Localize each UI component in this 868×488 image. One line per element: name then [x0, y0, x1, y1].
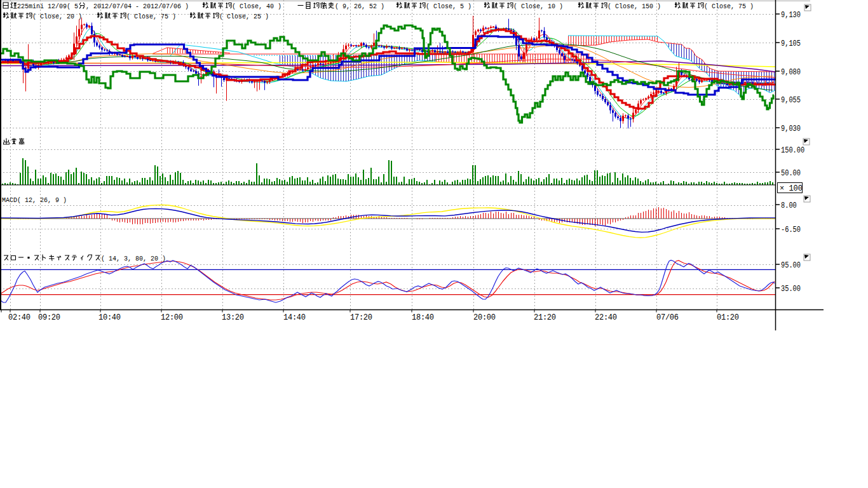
svg-text:50.00: 50.00 — [781, 168, 801, 178]
svg-text:18:40: 18:40 — [412, 313, 434, 322]
svg-text:( Close, 75 ): ( Close, 75 ) — [704, 2, 754, 10]
svg-text:9,105: 9,105 — [781, 39, 801, 48]
svg-text:21:20: 21:20 — [534, 313, 556, 322]
svg-text:225mini 12/09( 5: 225mini 12/09( 5 — [17, 2, 78, 10]
svg-text:MACD( 12, 26, 9 ): MACD( 12, 26, 9 ) — [2, 196, 67, 204]
svg-text:× 100: × 100 — [780, 184, 803, 193]
svg-text:9,080: 9,080 — [781, 67, 801, 77]
svg-text:17:20: 17:20 — [350, 313, 372, 322]
svg-text:95.00: 95.00 — [781, 261, 801, 270]
svg-text:13:20: 13:20 — [222, 313, 244, 322]
svg-text:02:40: 02:40 — [8, 313, 31, 322]
svg-text:10:40: 10:40 — [98, 313, 121, 322]
svg-text:14:40: 14:40 — [283, 313, 306, 322]
svg-text:-6.50: -6.50 — [781, 225, 801, 234]
svg-text:01:20: 01:20 — [717, 313, 739, 322]
svg-text:( Close, 10 ): ( Close, 10 ) — [513, 2, 563, 10]
svg-text:( Close, 25 ): ( Close, 25 ) — [219, 12, 269, 20]
svg-text:( Close, 5 ): ( Close, 5 ) — [426, 2, 471, 10]
svg-text:( 9, 26, 52 ): ( 9, 26, 52 ) — [335, 2, 384, 10]
svg-text:( Close, 150 ): ( Close, 150 ) — [607, 2, 661, 10]
svg-text:20:00: 20:00 — [473, 313, 496, 322]
svg-text:35.00: 35.00 — [781, 284, 801, 294]
svg-text:150.00: 150.00 — [781, 146, 804, 155]
svg-text:8.00: 8.00 — [781, 201, 797, 210]
svg-text:9,130: 9,130 — [781, 10, 801, 20]
svg-text:9,030: 9,030 — [781, 124, 801, 133]
svg-text:( Close, 75 ): ( Close, 75 ) — [126, 12, 176, 20]
svg-text:( Close, 20 ): ( Close, 20 ) — [32, 12, 82, 20]
svg-text:09:20: 09:20 — [38, 313, 60, 322]
svg-text:( 14, 3, 80, 20 ): ( 14, 3, 80, 20 ) — [101, 254, 166, 262]
svg-text:9,055: 9,055 — [781, 95, 801, 105]
svg-text:( Close, 40 ): ( Close, 40 ) — [232, 2, 281, 10]
svg-text:22:40: 22:40 — [595, 313, 617, 322]
svg-text:12:00: 12:00 — [161, 313, 183, 322]
svg-text:, 2012/07/04 - 2012/07/06 ): , 2012/07/04 - 2012/07/06 ) — [86, 2, 189, 10]
svg-text:07/06: 07/06 — [656, 313, 679, 322]
